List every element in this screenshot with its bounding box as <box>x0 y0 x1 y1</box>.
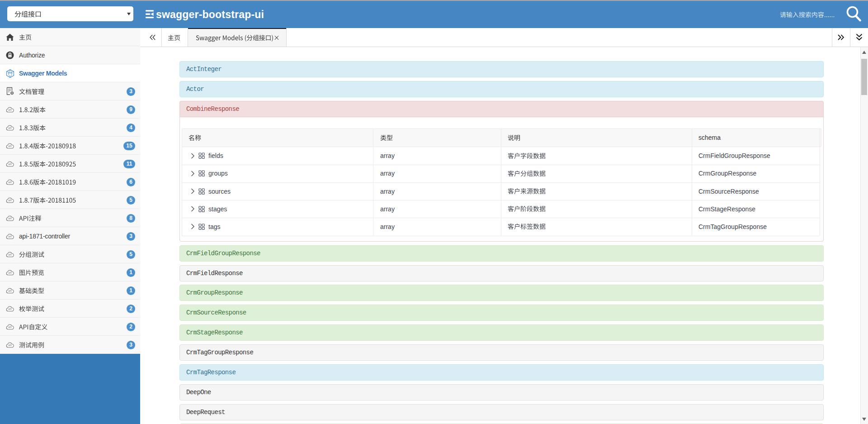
svg-text:API: API <box>8 218 12 220</box>
svg-text:API: API <box>8 254 12 256</box>
svg-text:API: API <box>8 145 12 148</box>
svg-text:API: API <box>8 181 12 184</box>
svg-text:API: API <box>8 236 12 238</box>
svg-text:API: API <box>8 109 12 111</box>
svg-text:API: API <box>8 344 12 347</box>
svg-text:API: API <box>8 308 12 310</box>
svg-text:API: API <box>8 127 12 129</box>
svg-text:API: API <box>8 326 12 329</box>
svg-text:API: API <box>8 163 12 166</box>
svg-text:API: API <box>8 290 12 292</box>
svg-text:API: API <box>8 200 12 202</box>
svg-text:API: API <box>8 272 12 274</box>
